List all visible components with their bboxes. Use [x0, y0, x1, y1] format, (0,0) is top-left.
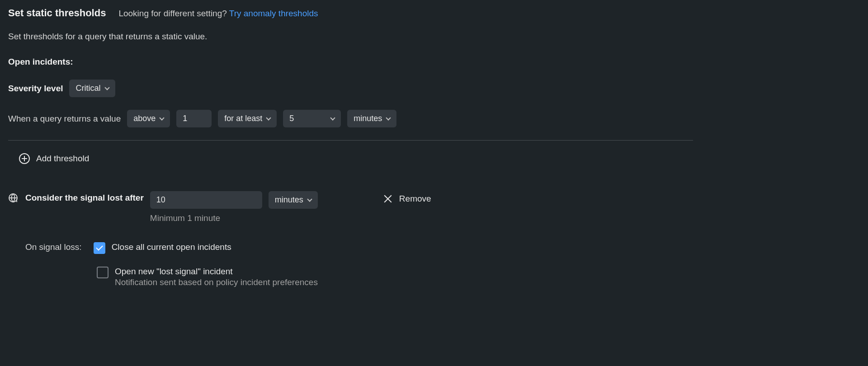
helper-text: Looking for different setting? Try anoma…	[118, 9, 318, 19]
remove-label: Remove	[399, 194, 431, 204]
on-signal-loss-label: On signal loss:	[25, 242, 82, 252]
signal-lost-unit-dropdown[interactable]: minutes	[269, 191, 318, 209]
chevron-down-icon	[330, 115, 335, 120]
chevron-down-icon	[104, 85, 109, 90]
chevron-down-icon	[386, 115, 391, 120]
duration-mode-dropdown[interactable]: for at least	[218, 110, 277, 127]
duration-unit-value: minutes	[354, 114, 382, 123]
signal-lost-unit-value: minutes	[275, 195, 303, 205]
anomaly-link[interactable]: Try anomaly thresholds	[229, 9, 318, 18]
chevron-down-icon	[160, 115, 165, 120]
duration-value: 5	[289, 114, 294, 123]
open-incidents-label: Open incidents:	[8, 57, 860, 67]
close-incidents-label: Close all current open incidents	[112, 242, 231, 252]
severity-dropdown[interactable]: Critical	[69, 80, 115, 97]
open-new-incident-label: Open new "lost signal" incident	[115, 267, 318, 277]
operator-dropdown[interactable]: above	[127, 110, 170, 127]
severity-label: Severity level	[8, 84, 63, 94]
duration-mode-value: for at least	[224, 114, 262, 123]
divider	[8, 140, 693, 141]
query-condition-label: When a query returns a value	[8, 114, 121, 124]
close-icon	[383, 194, 393, 204]
chevron-down-icon	[266, 115, 271, 120]
close-incidents-checkbox[interactable]	[94, 242, 105, 254]
add-threshold-button[interactable]: Add threshold	[19, 153, 89, 164]
description-text: Set thresholds for a query that returns …	[8, 32, 860, 42]
signal-lost-input[interactable]	[150, 191, 262, 209]
remove-button[interactable]: Remove	[383, 194, 431, 204]
add-threshold-label: Add threshold	[36, 154, 89, 164]
globe-warning-icon	[8, 193, 19, 204]
threshold-input[interactable]	[176, 110, 212, 127]
operator-value: above	[133, 114, 156, 123]
page-title: Set static thresholds	[8, 7, 106, 19]
signal-lost-hint: Minimum 1 minute	[150, 213, 318, 223]
chevron-down-icon	[307, 197, 312, 202]
svg-point-1	[16, 201, 17, 202]
duration-value-dropdown[interactable]: 5	[283, 110, 341, 127]
open-new-incident-checkbox[interactable]	[97, 267, 108, 278]
plus-circle-icon	[19, 153, 30, 164]
signal-lost-label: Consider the signal lost after	[25, 193, 144, 203]
open-new-incident-sublabel: Notification sent based on policy incide…	[115, 277, 318, 287]
duration-unit-dropdown[interactable]: minutes	[347, 110, 396, 127]
helper-prefix: Looking for different setting?	[118, 9, 226, 18]
severity-value: Critical	[75, 84, 100, 93]
